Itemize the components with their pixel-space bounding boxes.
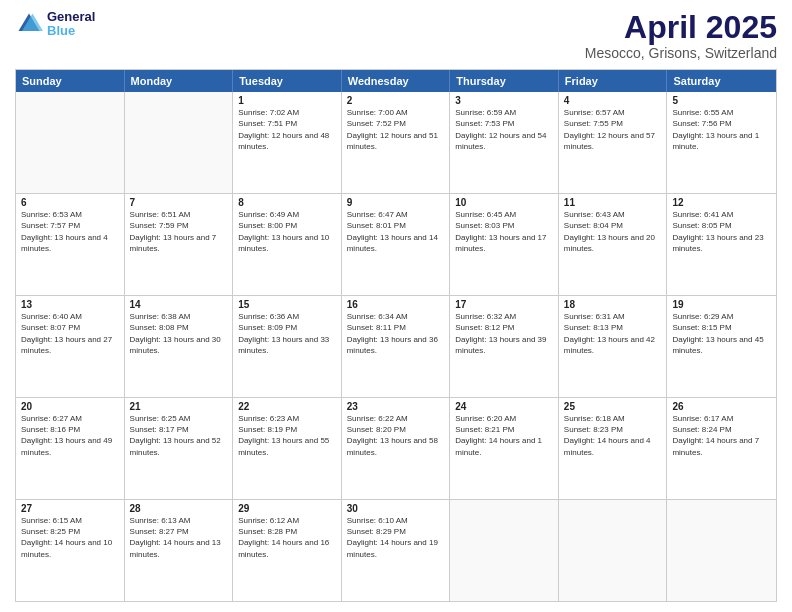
calendar-cell: 28Sunrise: 6:13 AM Sunset: 8:27 PM Dayli… <box>125 500 234 601</box>
calendar-cell: 9Sunrise: 6:47 AM Sunset: 8:01 PM Daylig… <box>342 194 451 295</box>
cell-info: Sunrise: 6:51 AM Sunset: 7:59 PM Dayligh… <box>130 209 228 254</box>
calendar-cell: 11Sunrise: 6:43 AM Sunset: 8:04 PM Dayli… <box>559 194 668 295</box>
calendar-cell: 18Sunrise: 6:31 AM Sunset: 8:13 PM Dayli… <box>559 296 668 397</box>
cell-date: 24 <box>455 401 553 412</box>
cell-info: Sunrise: 6:12 AM Sunset: 8:28 PM Dayligh… <box>238 515 336 560</box>
day-header-saturday: Saturday <box>667 70 776 92</box>
cell-date: 29 <box>238 503 336 514</box>
calendar-cell: 19Sunrise: 6:29 AM Sunset: 8:15 PM Dayli… <box>667 296 776 397</box>
calendar: SundayMondayTuesdayWednesdayThursdayFrid… <box>15 69 777 602</box>
calendar-row-3: 20Sunrise: 6:27 AM Sunset: 8:16 PM Dayli… <box>16 398 776 500</box>
calendar-cell: 27Sunrise: 6:15 AM Sunset: 8:25 PM Dayli… <box>16 500 125 601</box>
calendar-cell: 8Sunrise: 6:49 AM Sunset: 8:00 PM Daylig… <box>233 194 342 295</box>
cell-date: 12 <box>672 197 771 208</box>
cell-info: Sunrise: 7:00 AM Sunset: 7:52 PM Dayligh… <box>347 107 445 152</box>
calendar-cell: 7Sunrise: 6:51 AM Sunset: 7:59 PM Daylig… <box>125 194 234 295</box>
cell-info: Sunrise: 6:13 AM Sunset: 8:27 PM Dayligh… <box>130 515 228 560</box>
cell-date: 28 <box>130 503 228 514</box>
cell-info: Sunrise: 6:31 AM Sunset: 8:13 PM Dayligh… <box>564 311 662 356</box>
cell-date: 20 <box>21 401 119 412</box>
cell-info: Sunrise: 6:20 AM Sunset: 8:21 PM Dayligh… <box>455 413 553 458</box>
calendar-cell <box>16 92 125 193</box>
cell-info: Sunrise: 6:10 AM Sunset: 8:29 PM Dayligh… <box>347 515 445 560</box>
calendar-cell: 10Sunrise: 6:45 AM Sunset: 8:03 PM Dayli… <box>450 194 559 295</box>
calendar-row-0: 1Sunrise: 7:02 AM Sunset: 7:51 PM Daylig… <box>16 92 776 194</box>
day-header-sunday: Sunday <box>16 70 125 92</box>
day-header-wednesday: Wednesday <box>342 70 451 92</box>
logo-line1: General <box>47 10 95 24</box>
cell-date: 5 <box>672 95 771 106</box>
cell-date: 4 <box>564 95 662 106</box>
cell-date: 30 <box>347 503 445 514</box>
cell-info: Sunrise: 6:25 AM Sunset: 8:17 PM Dayligh… <box>130 413 228 458</box>
calendar-row-4: 27Sunrise: 6:15 AM Sunset: 8:25 PM Dayli… <box>16 500 776 601</box>
cell-date: 23 <box>347 401 445 412</box>
calendar-cell: 22Sunrise: 6:23 AM Sunset: 8:19 PM Dayli… <box>233 398 342 499</box>
calendar-cell: 29Sunrise: 6:12 AM Sunset: 8:28 PM Dayli… <box>233 500 342 601</box>
day-header-thursday: Thursday <box>450 70 559 92</box>
cell-date: 6 <box>21 197 119 208</box>
calendar-cell: 2Sunrise: 7:00 AM Sunset: 7:52 PM Daylig… <box>342 92 451 193</box>
calendar-cell: 16Sunrise: 6:34 AM Sunset: 8:11 PM Dayli… <box>342 296 451 397</box>
calendar-cell: 25Sunrise: 6:18 AM Sunset: 8:23 PM Dayli… <box>559 398 668 499</box>
header: General Blue April 2025 Mesocco, Grisons… <box>15 10 777 61</box>
cell-info: Sunrise: 6:36 AM Sunset: 8:09 PM Dayligh… <box>238 311 336 356</box>
calendar-cell: 12Sunrise: 6:41 AM Sunset: 8:05 PM Dayli… <box>667 194 776 295</box>
calendar-cell: 23Sunrise: 6:22 AM Sunset: 8:20 PM Dayli… <box>342 398 451 499</box>
cell-date: 25 <box>564 401 662 412</box>
cell-info: Sunrise: 6:45 AM Sunset: 8:03 PM Dayligh… <box>455 209 553 254</box>
cell-date: 18 <box>564 299 662 310</box>
cell-date: 1 <box>238 95 336 106</box>
cell-info: Sunrise: 6:59 AM Sunset: 7:53 PM Dayligh… <box>455 107 553 152</box>
calendar-cell: 14Sunrise: 6:38 AM Sunset: 8:08 PM Dayli… <box>125 296 234 397</box>
cell-date: 2 <box>347 95 445 106</box>
cell-info: Sunrise: 6:43 AM Sunset: 8:04 PM Dayligh… <box>564 209 662 254</box>
calendar-cell <box>667 500 776 601</box>
calendar-row-2: 13Sunrise: 6:40 AM Sunset: 8:07 PM Dayli… <box>16 296 776 398</box>
cell-date: 22 <box>238 401 336 412</box>
cell-date: 14 <box>130 299 228 310</box>
page: General Blue April 2025 Mesocco, Grisons… <box>0 0 792 612</box>
cell-info: Sunrise: 6:22 AM Sunset: 8:20 PM Dayligh… <box>347 413 445 458</box>
cell-date: 11 <box>564 197 662 208</box>
cell-info: Sunrise: 6:41 AM Sunset: 8:05 PM Dayligh… <box>672 209 771 254</box>
cell-date: 16 <box>347 299 445 310</box>
cell-info: Sunrise: 6:57 AM Sunset: 7:55 PM Dayligh… <box>564 107 662 152</box>
cell-info: Sunrise: 6:17 AM Sunset: 8:24 PM Dayligh… <box>672 413 771 458</box>
logo-icon <box>15 10 43 38</box>
logo: General Blue <box>15 10 95 39</box>
calendar-cell: 1Sunrise: 7:02 AM Sunset: 7:51 PM Daylig… <box>233 92 342 193</box>
logo-line2: Blue <box>47 24 95 38</box>
cell-info: Sunrise: 6:40 AM Sunset: 8:07 PM Dayligh… <box>21 311 119 356</box>
calendar-cell: 24Sunrise: 6:20 AM Sunset: 8:21 PM Dayli… <box>450 398 559 499</box>
cell-info: Sunrise: 6:32 AM Sunset: 8:12 PM Dayligh… <box>455 311 553 356</box>
cell-info: Sunrise: 6:55 AM Sunset: 7:56 PM Dayligh… <box>672 107 771 152</box>
calendar-cell: 6Sunrise: 6:53 AM Sunset: 7:57 PM Daylig… <box>16 194 125 295</box>
calendar-cell: 17Sunrise: 6:32 AM Sunset: 8:12 PM Dayli… <box>450 296 559 397</box>
cell-info: Sunrise: 6:27 AM Sunset: 8:16 PM Dayligh… <box>21 413 119 458</box>
cell-info: Sunrise: 6:53 AM Sunset: 7:57 PM Dayligh… <box>21 209 119 254</box>
calendar-cell: 21Sunrise: 6:25 AM Sunset: 8:17 PM Dayli… <box>125 398 234 499</box>
cell-info: Sunrise: 6:23 AM Sunset: 8:19 PM Dayligh… <box>238 413 336 458</box>
title-block: April 2025 Mesocco, Grisons, Switzerland <box>585 10 777 61</box>
cell-info: Sunrise: 6:15 AM Sunset: 8:25 PM Dayligh… <box>21 515 119 560</box>
cell-date: 13 <box>21 299 119 310</box>
page-title: April 2025 <box>585 10 777 45</box>
cell-info: Sunrise: 6:34 AM Sunset: 8:11 PM Dayligh… <box>347 311 445 356</box>
cell-date: 15 <box>238 299 336 310</box>
calendar-row-1: 6Sunrise: 6:53 AM Sunset: 7:57 PM Daylig… <box>16 194 776 296</box>
cell-date: 10 <box>455 197 553 208</box>
calendar-cell: 30Sunrise: 6:10 AM Sunset: 8:29 PM Dayli… <box>342 500 451 601</box>
cell-info: Sunrise: 6:38 AM Sunset: 8:08 PM Dayligh… <box>130 311 228 356</box>
calendar-cell: 5Sunrise: 6:55 AM Sunset: 7:56 PM Daylig… <box>667 92 776 193</box>
day-header-monday: Monday <box>125 70 234 92</box>
cell-date: 27 <box>21 503 119 514</box>
calendar-cell: 26Sunrise: 6:17 AM Sunset: 8:24 PM Dayli… <box>667 398 776 499</box>
cell-info: Sunrise: 6:29 AM Sunset: 8:15 PM Dayligh… <box>672 311 771 356</box>
cell-date: 21 <box>130 401 228 412</box>
cell-info: Sunrise: 6:18 AM Sunset: 8:23 PM Dayligh… <box>564 413 662 458</box>
cell-date: 3 <box>455 95 553 106</box>
day-header-friday: Friday <box>559 70 668 92</box>
page-subtitle: Mesocco, Grisons, Switzerland <box>585 45 777 61</box>
calendar-cell <box>559 500 668 601</box>
